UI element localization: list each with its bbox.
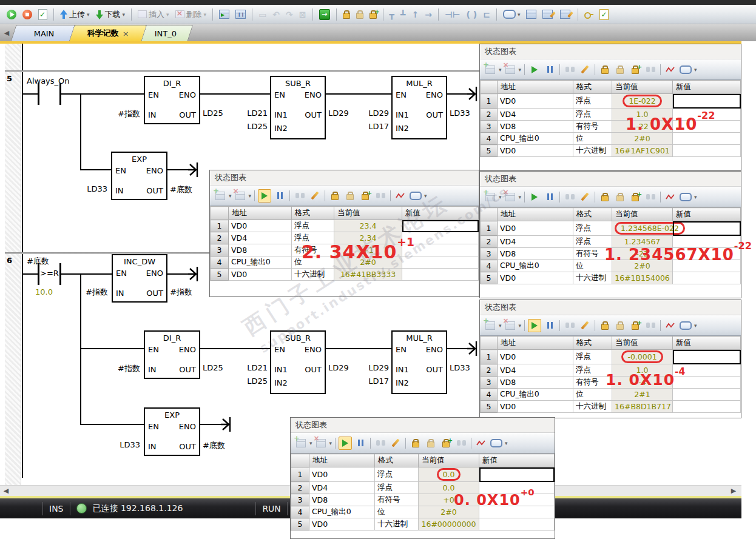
row-number-cell[interactable]: 5 [211, 269, 229, 281]
row-number-cell[interactable]: 4 [481, 260, 498, 272]
unforce-button[interactable] [613, 63, 627, 76]
row-number-cell[interactable]: 3 [211, 244, 229, 256]
address-tag-button[interactable] [679, 319, 692, 332]
row-number-cell[interactable]: 2 [291, 482, 309, 494]
row-number-cell[interactable]: 2 [211, 232, 229, 244]
operand[interactable]: #底数 [203, 440, 225, 451]
operand[interactable]: #指数 [105, 363, 140, 374]
chart-status-pause-button[interactable] [354, 437, 367, 450]
read-forced-button[interactable] [454, 437, 468, 450]
insert-row-button[interactable] [484, 190, 497, 204]
box-button[interactable]: ⊏ [481, 8, 492, 21]
address-tag-button[interactable] [409, 189, 422, 203]
new-value-cell[interactable] [402, 269, 479, 281]
unforce-button[interactable] [613, 319, 627, 332]
trend-view-button[interactable] [664, 63, 677, 76]
row-number-cell[interactable]: 5 [291, 518, 309, 531]
operand[interactable]: #指数 [105, 109, 140, 119]
address-cell[interactable]: CPU_输出0 [498, 260, 573, 272]
chart-status-on-button[interactable] [258, 189, 271, 203]
key-button[interactable] [582, 11, 595, 18]
operand[interactable]: #指数 [170, 287, 192, 298]
delete-row-button[interactable] [504, 63, 517, 76]
sub-r-block[interactable]: SUB_R EN ENO IN1 OUT IN2 [270, 76, 326, 139]
format-cell[interactable]: 位 [375, 506, 419, 518]
branch-up-button[interactable]: ┻ [399, 8, 407, 21]
write-all-button[interactable] [389, 437, 402, 450]
unforce-button[interactable] [354, 8, 365, 20]
compare-value[interactable]: 10.0 [35, 287, 53, 296]
unforce-button[interactable] [613, 190, 627, 204]
new-value-cell[interactable] [479, 467, 555, 482]
address-cell[interactable]: VD8 [498, 248, 573, 260]
row-number-cell[interactable]: 4 [211, 256, 229, 269]
read-all-button[interactable] [563, 63, 576, 76]
address-cell[interactable]: CPU_输出0 [309, 506, 375, 518]
operand[interactable]: LD33 [450, 363, 470, 372]
address-cell[interactable]: VD0 [498, 401, 573, 413]
new-value-cell[interactable] [673, 401, 741, 413]
format-cell[interactable]: 浮点 [375, 467, 419, 482]
operand[interactable]: LD29 [356, 363, 389, 372]
status-chart-button[interactable] [541, 8, 556, 20]
address-tag-dropdown-icon[interactable]: ▾ [694, 323, 697, 329]
run-button[interactable] [5, 8, 18, 21]
stop-button[interactable] [21, 8, 34, 21]
force-button[interactable] [598, 63, 612, 76]
write-all-button[interactable] [578, 190, 592, 204]
delete-row-button[interactable] [504, 319, 517, 332]
force-button[interactable] [328, 189, 342, 203]
chart-status-on-button[interactable] [528, 63, 541, 76]
operand[interactable]: LD25 [203, 363, 223, 372]
read-all-button[interactable] [374, 437, 387, 450]
insert-row-button[interactable] [294, 437, 308, 450]
chart-status-on-button[interactable] [528, 190, 541, 204]
sub-r-block[interactable]: SUB_R EN ENO IN1 OUT IN2 [270, 330, 326, 394]
row-number-cell[interactable]: 3 [481, 248, 498, 260]
row-number-cell[interactable]: 2 [481, 236, 498, 248]
operand[interactable]: LD25 [203, 109, 223, 118]
read-forced-button[interactable] [644, 319, 657, 332]
download-button[interactable]: 下载▾ [94, 8, 127, 21]
insert-row-button[interactable] [214, 189, 227, 203]
delete-row-button[interactable] [504, 190, 517, 204]
chart-status-pause-button[interactable] [543, 319, 556, 332]
operand[interactable]: LD33 [450, 109, 470, 118]
new-value-cell[interactable] [673, 272, 741, 284]
format-cell[interactable]: 有符号 [573, 121, 612, 133]
row-number-cell[interactable]: 2 [481, 364, 498, 377]
force-button[interactable] [598, 190, 612, 204]
operand[interactable]: #底数 [170, 184, 192, 195]
chart-status-pause-button[interactable] [273, 189, 286, 203]
address-cell[interactable]: VD0 [498, 272, 573, 284]
coil-button[interactable]: ( ) [465, 8, 479, 21]
delete-row-button[interactable] [234, 189, 247, 203]
address-cell[interactable]: CPU_输出0 [498, 389, 573, 401]
insert-button[interactable]: 插入▾ [136, 8, 171, 21]
delete-row-button[interactable] [314, 437, 328, 450]
force-all-button[interactable] [359, 189, 372, 203]
program-status-button[interactable] [217, 8, 231, 20]
operand[interactable]: LD33 [72, 184, 107, 193]
scroll-right-icon[interactable]: ▶ [728, 486, 739, 496]
insert-row-button[interactable] [484, 63, 497, 76]
row-number-cell[interactable]: 5 [481, 401, 498, 413]
address-cell[interactable]: VD0 [498, 94, 573, 109]
unforce-button[interactable] [343, 189, 357, 203]
compare-contact[interactable] [38, 263, 39, 285]
row-number-cell[interactable]: 1 [211, 220, 229, 232]
run-mode-button[interactable]: → [317, 8, 332, 21]
address-cell[interactable]: VD0 [309, 518, 375, 531]
address-cell[interactable]: VD4 [498, 109, 573, 121]
address-tag-button[interactable] [490, 437, 503, 450]
chart-status-pause-button[interactable] [543, 190, 556, 204]
upload-dropdown-icon[interactable]: ▾ [87, 12, 90, 18]
write-all-button[interactable] [578, 63, 592, 76]
tab-main[interactable]: MAIN [11, 25, 78, 41]
upload-button[interactable]: 上传▾ [58, 8, 92, 21]
force-all-button[interactable] [629, 319, 642, 332]
address-cell[interactable]: VD4 [229, 232, 292, 244]
read-forced-button[interactable] [644, 63, 657, 76]
address-cell[interactable]: VD8 [309, 494, 375, 506]
row-number-cell[interactable]: 1 [481, 94, 498, 109]
